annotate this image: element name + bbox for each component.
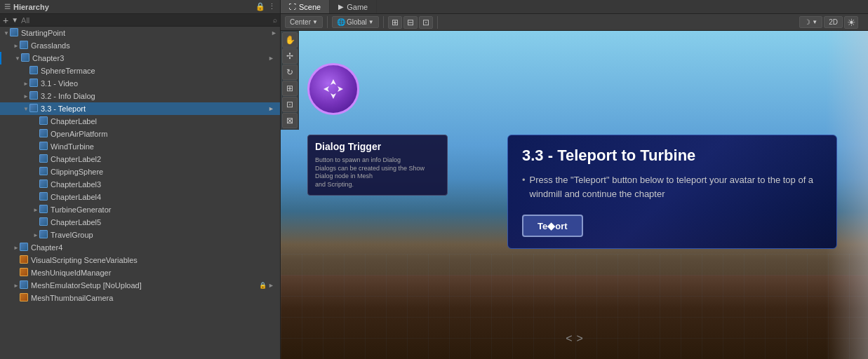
nav-right-icon: >	[577, 332, 583, 345]
tree-label-info-dialog: 3.2 - Info Dialog	[41, 92, 277, 100]
teleport-desc-text: Press the "Teleport" button below to tel…	[530, 173, 822, 201]
scale-tool-button[interactable]: ⊞	[282, 81, 298, 96]
tree-item-mesh-thumbnail[interactable]: MeshThumbnailCamera	[0, 292, 280, 304]
tree-label-mesh-emulator: MeshEmulatorSetup [NoUpload]	[31, 281, 259, 290]
scene-tab-icon: ⛶	[289, 3, 296, 11]
hand-tool-button[interactable]: ✋	[282, 32, 298, 48]
tree-label-grasslands: Grasslands	[31, 41, 277, 50]
grid-size-button[interactable]: ⊡	[419, 16, 433, 29]
view-mode-button[interactable]: ☽ ▼	[799, 16, 822, 28]
cube-icon-chapter-label	[39, 116, 49, 126]
gizmo-svg	[321, 76, 346, 102]
rotate-tool-button[interactable]: ↻	[282, 65, 298, 80]
expand-arrow-teleport	[22, 106, 29, 112]
mesh-emulator-icons: 🔒 ►	[259, 282, 274, 289]
tab-scene[interactable]: ⛶ Scene	[281, 0, 330, 13]
tree-item-chapter-label3[interactable]: ChapterLabel3	[0, 178, 280, 191]
tree-label-vs: VisualScripting SceneVariables	[31, 256, 277, 264]
cube-icon-chapter4	[20, 243, 29, 252]
tree-item-mesh-emulator[interactable]: MeshEmulatorSetup [NoUpload] 🔒 ►	[0, 279, 280, 292]
tree-label-chapter-label: ChapterLabel	[51, 117, 277, 126]
toolbar-right-group: ☽ ▼ 2D ☀	[799, 16, 862, 29]
tree-item-chapter-label4[interactable]: ChapterLabel4	[0, 191, 280, 203]
teleport-button-label: Te	[538, 221, 547, 231]
tree-item-chapter-label5[interactable]: ChapterLabel5	[0, 216, 280, 229]
hierarchy-title: Hierarchy	[13, 3, 49, 11]
2d-label: 2D	[829, 18, 838, 26]
cube-icon-teleport	[29, 104, 39, 114]
tree-item-chapter4[interactable]: Chapter4	[0, 241, 280, 254]
dialog-trigger-title: Dialog Trigger	[315, 141, 440, 152]
tree-label-chapter-label5: ChapterLabel5	[51, 218, 277, 226]
center-button[interactable]: Center ▼	[285, 16, 323, 28]
scroll-right-teleport: ►	[268, 105, 274, 112]
nav-left-icon: <	[566, 332, 572, 345]
tree-label-clipping-sphere: ClippingSphere	[51, 168, 277, 176]
expand-arrow	[14, 55, 21, 62]
game-tab-icon: ▶	[338, 3, 344, 11]
tree-item-mesh-unique-id[interactable]: MeshUniqueIdManager	[0, 266, 280, 279]
svg-marker-1	[323, 86, 343, 92]
hierarchy-panel: ☰ Hierarchy 🔒 ⋮ + ▼ ⌕ StartingPoint ►	[0, 0, 281, 359]
tree-label-mesh-unique: MeshUniqueIdManager	[31, 269, 277, 277]
cube-icon-chapter3	[21, 53, 31, 63]
tree-item-grasslands[interactable]: Grasslands	[0, 39, 280, 52]
cube-icon-wind-turbine	[39, 142, 49, 151]
expand-arrow	[13, 43, 20, 49]
tree-item-vs-scene-variables[interactable]: VisualScripting SceneVariables	[0, 254, 280, 266]
toolbar-grid-group: ⊞ ⊟ ⊡	[388, 16, 438, 29]
move-gizmo	[307, 63, 359, 115]
tree-item-video[interactable]: 3.1 - Video	[0, 77, 280, 90]
tree-item-chapter-label2[interactable]: ChapterLabel2	[0, 153, 280, 165]
scroll-right-arrow: ►	[271, 29, 277, 36]
tree-item-turbine-generator[interactable]: TurbineGenerator	[0, 203, 280, 216]
teleport-button[interactable]: Te◆ort	[522, 215, 583, 237]
hierarchy-search-input[interactable]	[21, 16, 270, 25]
tree-label-chapter-label4: ChapterLabel4	[51, 193, 277, 201]
light-button[interactable]: ☀	[844, 16, 858, 29]
tree-item-travel-group[interactable]: TravelGroup	[0, 229, 280, 241]
expand-arrow	[13, 245, 20, 251]
tree-item-chapter3[interactable]: Chapter3 ►	[0, 52, 280, 65]
tree-label-travel-group: TravelGroup	[51, 231, 277, 239]
add-icon[interactable]: +	[3, 15, 8, 26]
scene-nav-arrows: < >	[566, 332, 583, 345]
hierarchy-title-area: ☰ Hierarchy	[4, 3, 49, 11]
scene-tab-label: Scene	[299, 3, 321, 11]
hierarchy-search-bar: + ▼ ⌕	[0, 14, 280, 27]
scene-toolbar: Center ▼ 🌐 Global ▼ ⊞ ⊟ ⊡ ☽ ▼	[281, 14, 868, 31]
tree-item-open-air-platform[interactable]: OpenAirPlatform	[0, 128, 280, 140]
move-tool-button[interactable]: ✢	[282, 48, 298, 64]
expand-arrow	[22, 93, 29, 100]
svg-marker-0	[330, 79, 336, 99]
tree-item-teleport[interactable]: 3.3 - Teleport ►	[0, 102, 280, 115]
scroll-right-chapter3: ►	[268, 55, 274, 62]
cube-icon-open-air-platform	[39, 129, 49, 139]
dropdown-arrow-global: ▼	[368, 19, 374, 25]
transform-tool-button[interactable]: ⊠	[282, 113, 298, 128]
cube-icon-vs	[20, 255, 29, 265]
tree-item-starting-point[interactable]: StartingPoint ►	[0, 27, 280, 39]
cube-icon-starting-point	[10, 28, 20, 38]
grid-snap-button[interactable]: ⊟	[403, 16, 418, 29]
tab-game[interactable]: ▶ Game	[330, 0, 377, 13]
grid-toggle-button[interactable]: ⊞	[388, 16, 402, 29]
more-icon[interactable]: ⋮	[268, 2, 276, 11]
tree-item-clipping-sphere[interactable]: ClippingSphere	[0, 165, 280, 178]
cube-icon-travel-group	[39, 230, 49, 240]
tree-item-sphere-terrace[interactable]: SphereTermace	[0, 65, 280, 77]
tree-item-chapter-label[interactable]: ChapterLabel	[0, 115, 280, 128]
tree-item-wind-turbine[interactable]: WindTurbine	[0, 140, 280, 153]
cube-icon-mesh-unique	[20, 268, 29, 278]
global-button[interactable]: 🌐 Global ▼	[332, 16, 379, 28]
teleport-dialog-title: 3.3 - Teleport to Turbine	[522, 147, 822, 165]
moon-icon: ☽	[804, 18, 810, 26]
tree-label-wind-turbine: WindTurbine	[51, 142, 277, 151]
rect-tool-button[interactable]: ⊡	[282, 97, 298, 112]
search-icon: ⌕	[273, 16, 277, 24]
lock-icon[interactable]: 🔒	[255, 2, 265, 11]
teleport-dialog-desc: Press the "Teleport" button below to tel…	[522, 173, 822, 201]
tree-item-info-dialog[interactable]: 3.2 - Info Dialog	[0, 90, 280, 102]
dialog-trigger-text: Button to spawn an info Dialog Dialogs c…	[315, 156, 440, 189]
2d-button[interactable]: 2D	[824, 16, 843, 28]
